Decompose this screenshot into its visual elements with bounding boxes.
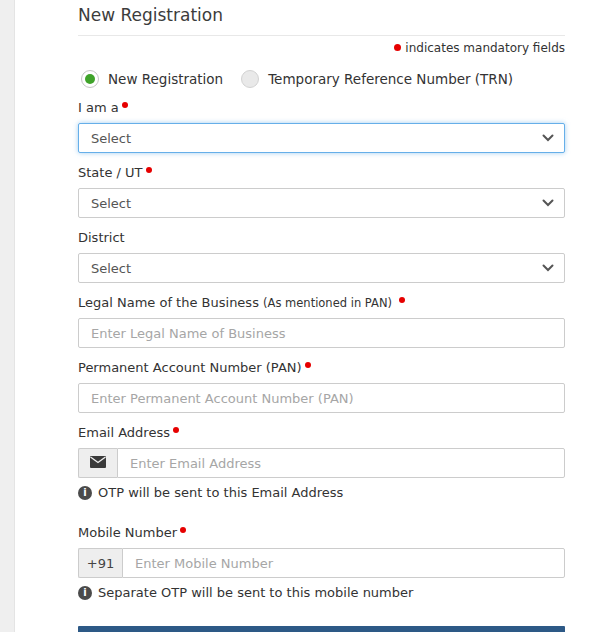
mobile-input[interactable] <box>122 548 565 578</box>
chevron-down-icon <box>542 264 554 272</box>
legal-name-sublabel: (As mentioned in PAN) <box>263 296 392 310</box>
pan-group: Permanent Account Number (PAN) <box>78 360 565 413</box>
chevron-down-icon <box>542 134 554 142</box>
info-icon <box>78 586 92 600</box>
required-dot-icon <box>146 167 152 173</box>
mandatory-note-text: indicates mandatory fields <box>405 41 565 55</box>
mobile-label: Mobile Number <box>78 525 565 540</box>
i-am-a-group: I am a Select <box>78 100 565 153</box>
mobile-group: Mobile Number +91 Separate OTP will be s… <box>78 525 565 600</box>
email-input[interactable] <box>117 448 565 478</box>
email-hint: OTP will be sent to this Email Address <box>78 485 565 500</box>
state-select-value: Select <box>91 196 131 211</box>
mobile-hint: Separate OTP will be sent to this mobile… <box>78 585 565 600</box>
required-dot-icon <box>394 44 401 51</box>
i-am-a-label: I am a <box>78 100 565 115</box>
title-divider <box>78 35 565 36</box>
district-group: District Select <box>78 230 565 283</box>
proceed-button[interactable]: PROCEED <box>78 626 565 632</box>
email-group: Email Address OTP will be sent to this E… <box>78 425 565 500</box>
radio-trn[interactable] <box>241 70 259 88</box>
district-select[interactable]: Select <box>78 253 565 283</box>
radio-trn-label[interactable]: Temporary Reference Number (TRN) <box>268 71 513 87</box>
district-select-value: Select <box>91 261 131 276</box>
email-addon <box>78 448 117 478</box>
info-icon <box>78 486 92 500</box>
radio-new-registration[interactable] <box>81 70 99 88</box>
pan-input[interactable] <box>78 383 565 413</box>
registration-panel: New Registration indicates mandatory fie… <box>14 0 602 632</box>
required-dot-icon <box>173 427 179 433</box>
mandatory-note: indicates mandatory fields <box>78 41 565 55</box>
state-select[interactable]: Select <box>78 188 565 218</box>
chevron-down-icon <box>542 199 554 207</box>
required-dot-icon <box>180 527 186 533</box>
pan-label: Permanent Account Number (PAN) <box>78 360 565 375</box>
envelope-icon <box>90 456 106 471</box>
required-dot-icon <box>122 102 128 108</box>
legal-name-label: Legal Name of the Business (As mentioned… <box>78 295 565 310</box>
email-hint-text: OTP will be sent to this Email Address <box>98 485 343 500</box>
legal-name-input[interactable] <box>78 318 565 348</box>
state-group: State / UT Select <box>78 165 565 218</box>
mobile-hint-text: Separate OTP will be sent to this mobile… <box>98 585 413 600</box>
state-label: State / UT <box>78 165 565 180</box>
i-am-a-select[interactable]: Select <box>78 123 565 153</box>
registration-type-group: New Registration Temporary Reference Num… <box>78 70 565 88</box>
required-dot-icon <box>305 362 311 368</box>
mobile-prefix: +91 <box>78 548 122 578</box>
page-title: New Registration <box>78 5 565 25</box>
email-label: Email Address <box>78 425 565 440</box>
i-am-a-select-value: Select <box>91 131 131 146</box>
district-label: District <box>78 230 565 245</box>
radio-new-registration-label[interactable]: New Registration <box>108 71 223 87</box>
required-dot-icon <box>399 297 405 303</box>
legal-name-group: Legal Name of the Business (As mentioned… <box>78 295 565 348</box>
